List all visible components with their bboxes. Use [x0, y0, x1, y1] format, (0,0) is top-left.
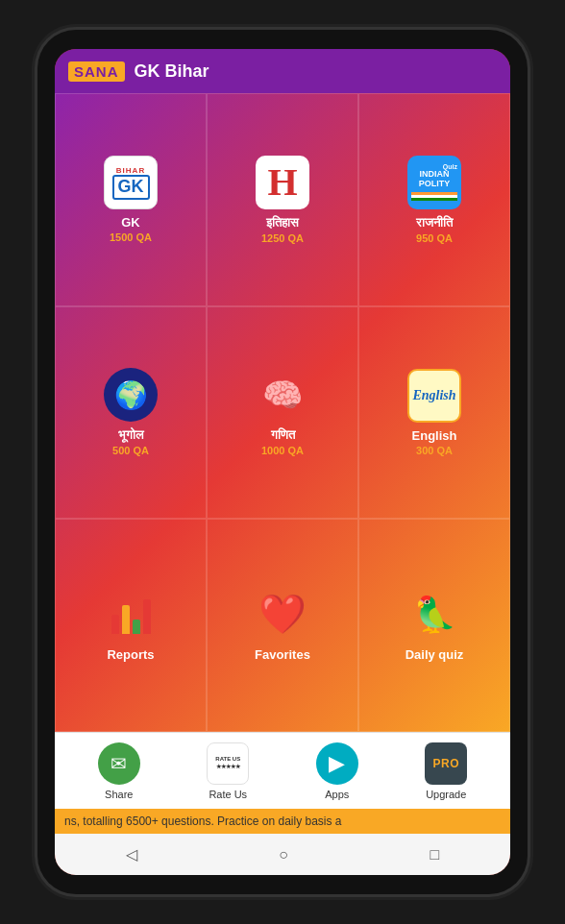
favorites-icon: ❤️	[256, 588, 309, 642]
apps-icon: ▶	[316, 742, 358, 785]
geography-icon: 🌍	[104, 368, 158, 422]
phone-frame: SANA GK Bihar BIHAR GK GK 1500 QA H इतिह…	[37, 30, 528, 894]
indian-polity-text: INDIANPOLITY	[419, 170, 451, 189]
upgrade-button[interactable]: PRO Upgrade	[392, 742, 502, 800]
h-letter: H	[267, 163, 297, 202]
upgrade-label: Upgrade	[426, 789, 466, 800]
cell-gk[interactable]: BIHAR GK GK 1500 QA	[55, 93, 207, 306]
apps-label: Apps	[325, 789, 349, 800]
recent-button[interactable]: □	[411, 842, 459, 867]
ticker-text: ns, totalling 6500+ questions. Practice …	[64, 815, 342, 828]
subject-grid: BIHAR GK GK 1500 QA H इतिहास 1250 QA Qui…	[55, 93, 510, 732]
rajneeti-icon: Quiz INDIANPOLITY	[407, 156, 461, 209]
rate-us-label: Rate Us	[209, 789, 247, 800]
cell-favorites[interactable]: ❤️ Favorites	[207, 519, 358, 732]
english-icon: English	[407, 369, 461, 423]
bar-chart	[111, 596, 151, 634]
reports-icon	[104, 588, 158, 642]
brain-emoji: 🧠	[262, 376, 303, 414]
upgrade-icon: PRO	[425, 742, 467, 785]
cell-daily-quiz[interactable]: 🦜 Daily quiz	[358, 519, 510, 732]
screen: SANA GK Bihar BIHAR GK GK 1500 QA H इतिह…	[55, 49, 510, 875]
favorites-label: Favorites	[255, 647, 310, 662]
rajneeti-qa: 950 QA	[416, 232, 453, 244]
daily-quiz-label: Daily quiz	[405, 647, 464, 662]
ganit-label: गणित	[271, 427, 295, 443]
app-title: GK Bihar	[135, 61, 209, 82]
cell-reports[interactable]: Reports	[55, 519, 207, 732]
english-text: English	[412, 388, 455, 403]
cell-geography[interactable]: 🌍 भूगोल 500 QA	[55, 306, 207, 520]
rajneeti-label: राजनीति	[416, 215, 453, 231]
app-header: SANA GK Bihar	[55, 49, 510, 93]
bihar-text: BIHAR	[116, 166, 145, 175]
daily-quiz-icon: 🦜	[407, 588, 461, 642]
sana-logo: SANA	[68, 61, 125, 82]
history-icon: H	[256, 156, 309, 209]
rate-us-text: RATE US★★★★★	[215, 756, 240, 769]
share-button[interactable]: ✉ Share	[64, 742, 174, 800]
cell-ganit[interactable]: 🧠 गणित 1000 QA	[207, 306, 358, 520]
reports-label: Reports	[107, 647, 154, 662]
english-qa: 300 QA	[416, 445, 453, 456]
cell-rajneeti[interactable]: Quiz INDIANPOLITY राजनीति 950 QA	[358, 93, 510, 306]
nav-bar: ◁ ○ □	[55, 834, 510, 875]
bird-emoji: 🦜	[413, 595, 456, 635]
share-icon: ✉	[98, 742, 140, 785]
gk-qa: 1500 QA	[110, 231, 152, 243]
cell-history[interactable]: H इतिहास 1250 QA	[207, 93, 358, 306]
ticker-bar: ns, totalling 6500+ questions. Practice …	[55, 809, 510, 834]
rate-us-icon: RATE US★★★★★	[207, 742, 249, 785]
share-label: Share	[105, 789, 133, 800]
ganit-qa: 1000 QA	[261, 445, 304, 456]
back-button[interactable]: ◁	[107, 841, 157, 867]
gk-label: GK	[121, 215, 140, 230]
history-label: इतिहास	[266, 215, 299, 231]
bottom-bar: ✉ Share RATE US★★★★★ Rate Us ▶ Apps PRO …	[55, 732, 510, 809]
cell-english[interactable]: English English 300 QA	[358, 306, 510, 520]
apps-button[interactable]: ▶ Apps	[282, 742, 392, 800]
geography-qa: 500 QA	[112, 445, 149, 456]
geography-label: भूगोल	[118, 427, 144, 443]
history-qa: 1250 QA	[261, 232, 304, 244]
gk-icon: BIHAR GK	[104, 156, 158, 209]
globe-emoji: 🌍	[114, 379, 148, 411]
ganit-icon: 🧠	[256, 368, 309, 422]
home-button[interactable]: ○	[259, 842, 307, 867]
heart-emoji: ❤️	[258, 592, 307, 637]
rate-us-button[interactable]: RATE US★★★★★ Rate Us	[174, 742, 283, 800]
english-label: English	[412, 428, 457, 443]
gk-main-text: GK	[112, 175, 150, 200]
